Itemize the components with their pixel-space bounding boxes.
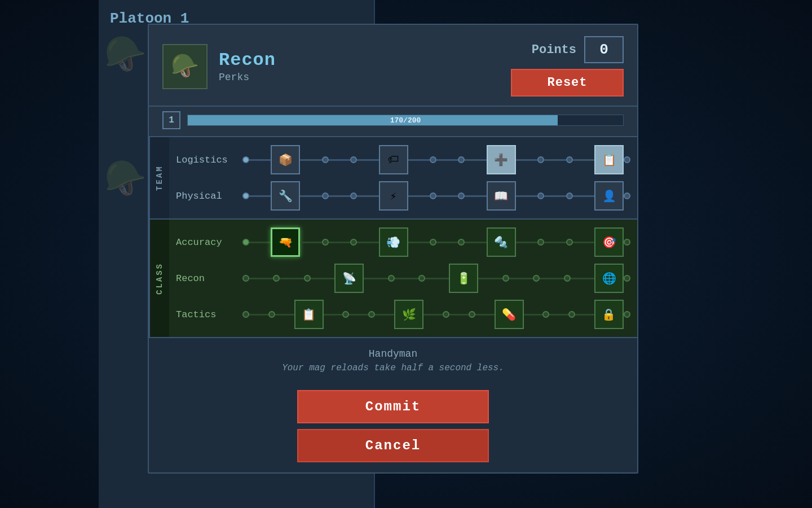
perk-node xyxy=(564,275,571,282)
perk-connector xyxy=(478,278,502,279)
perk-node xyxy=(566,192,573,199)
header-info: Recon Perks xyxy=(219,50,500,83)
accuracy-icon-4[interactable]: 🎯 xyxy=(594,227,624,257)
logistics-icon-2[interactable]: 🏷 xyxy=(379,145,408,174)
perk-connector xyxy=(509,278,533,279)
header-right: Points 0 Reset xyxy=(511,36,624,97)
team-rows: Logistics 📦 🏷 xyxy=(169,137,637,218)
accuracy-row: Accuracy 🔫 💨 xyxy=(176,224,630,260)
perk-connector xyxy=(280,278,303,279)
physical-row: Physical 🔧 ⚡ xyxy=(176,178,630,214)
points-row: Points 0 xyxy=(532,36,624,63)
dialog-header: 🪖 Recon Perks Points 0 Reset xyxy=(149,25,637,107)
perk-connector xyxy=(395,278,418,279)
perk-connector xyxy=(516,242,537,243)
physical-icon-1[interactable]: 🔧 xyxy=(271,181,300,211)
perk-connector xyxy=(549,314,568,316)
xp-row: 1 170/200 xyxy=(149,107,637,137)
logistics-chain: 📦 🏷 ➕ xyxy=(242,145,630,174)
perk-node xyxy=(537,192,544,199)
recon-icon-2[interactable]: 🔋 xyxy=(449,264,478,293)
points-value: 0 xyxy=(584,36,624,63)
accuracy-icon-2[interactable]: 💨 xyxy=(379,227,408,257)
description-section: Handyman Your mag reloads take half a se… xyxy=(149,337,637,383)
perk-node xyxy=(418,275,425,282)
perk-node xyxy=(537,239,544,246)
reset-button[interactable]: Reset xyxy=(511,69,624,97)
commit-button[interactable]: Commit xyxy=(297,390,489,423)
perk-connector xyxy=(436,195,458,197)
perk-connector xyxy=(375,314,394,316)
accuracy-chain: 🔫 💨 🔩 xyxy=(242,227,630,257)
perk-node xyxy=(368,311,375,318)
xp-bar: 170/200 xyxy=(187,115,624,126)
perk-connector xyxy=(349,314,368,316)
perk-connector xyxy=(544,159,566,161)
tactics-icon-3[interactable]: 💊 xyxy=(495,300,524,329)
perk-node xyxy=(273,275,280,282)
class-rows: Accuracy 🔫 💨 xyxy=(169,220,637,337)
perk-connector xyxy=(465,242,486,243)
perk-node xyxy=(268,311,275,318)
perk-sections: TEAM Logistics 📦 🏷 xyxy=(149,137,637,337)
unit-name: Recon xyxy=(219,50,500,71)
perk-connector xyxy=(300,195,321,197)
physical-label: Physical xyxy=(176,191,238,202)
accuracy-icon-1[interactable]: 🔫 xyxy=(271,227,300,257)
perk-connector xyxy=(249,314,268,316)
perk-connector xyxy=(357,242,378,243)
physical-chain: 🔧 ⚡ 📖 xyxy=(242,181,630,211)
perk-connector xyxy=(275,314,294,316)
logistics-icon-3[interactable]: ➕ xyxy=(487,145,516,174)
perk-node xyxy=(322,156,329,163)
perk-node xyxy=(469,311,475,318)
perk-node xyxy=(430,239,436,246)
accuracy-label: Accuracy xyxy=(176,237,238,248)
team-label: TEAM xyxy=(149,137,169,218)
perk-connector xyxy=(540,278,563,279)
cancel-button[interactable]: Cancel xyxy=(297,429,489,462)
perk-node xyxy=(566,156,573,163)
perk-node xyxy=(350,192,357,199)
perk-node xyxy=(458,156,465,163)
perk-node xyxy=(458,239,465,246)
logistics-icon-4[interactable]: 📋 xyxy=(594,145,624,174)
action-buttons: Commit Cancel xyxy=(149,383,637,472)
perk-connector xyxy=(300,159,321,161)
tactics-chain: 📋 🌿 💊 xyxy=(242,300,630,329)
perk-connector xyxy=(571,278,594,279)
recon-icon-1[interactable]: 📡 xyxy=(334,264,364,293)
tactics-icon-2[interactable]: 🌿 xyxy=(394,300,423,329)
perk-connector xyxy=(300,242,321,243)
physical-icon-3[interactable]: 📖 xyxy=(487,181,516,211)
class-section: CLASS Accuracy 🔫 💨 xyxy=(149,220,637,337)
perk-connector xyxy=(524,314,543,316)
perk-connector xyxy=(575,314,594,316)
logistics-label: Logistics xyxy=(176,155,238,165)
tactics-icon-1[interactable]: 📋 xyxy=(294,300,324,329)
logistics-icon-1[interactable]: 📦 xyxy=(271,145,300,174)
perk-connector xyxy=(449,314,469,316)
perk-connector xyxy=(329,242,350,243)
recon-chain: 📡 🔋 🌐 xyxy=(242,264,630,293)
perk-connector xyxy=(516,195,537,197)
perk-connector xyxy=(324,314,343,316)
recon-row: Recon 📡 🔋 xyxy=(176,260,630,296)
perk-node xyxy=(624,311,630,318)
perk-connector xyxy=(573,159,594,161)
physical-icon-2[interactable]: ⚡ xyxy=(379,181,408,211)
perk-connector xyxy=(249,278,273,279)
accuracy-icon-3[interactable]: 🔩 xyxy=(487,227,516,257)
perk-node xyxy=(537,156,544,163)
perk-description: Your mag reloads take half a second less… xyxy=(162,363,624,373)
perk-node xyxy=(322,192,329,199)
perk-connector xyxy=(329,195,350,197)
unit-subtitle: Perks xyxy=(219,72,500,83)
recon-icon-3[interactable]: 🌐 xyxy=(594,264,624,293)
points-label: Points xyxy=(532,43,576,57)
xp-text: 170/200 xyxy=(188,115,623,125)
tactics-row: Tactics 📋 🌿 xyxy=(176,296,630,332)
tactics-icon-4[interactable]: 🔒 xyxy=(594,300,624,329)
physical-icon-4[interactable]: 👤 xyxy=(594,181,624,211)
perk-node xyxy=(350,156,357,163)
